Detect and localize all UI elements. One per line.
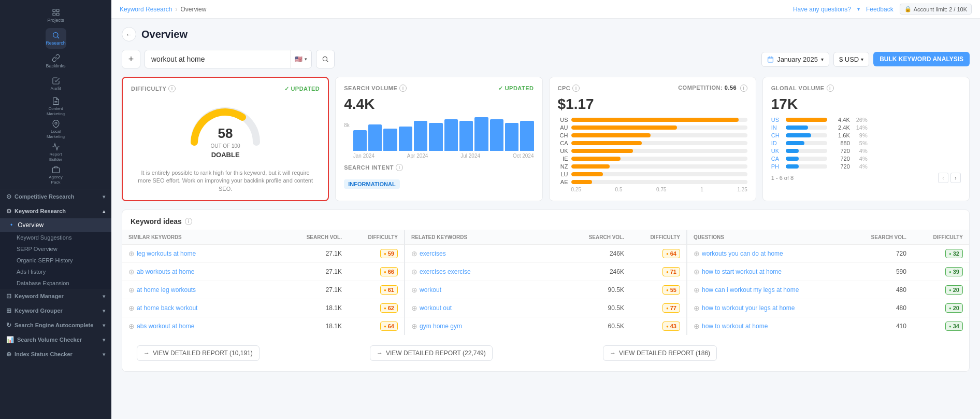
sidebar-item-serp-overview[interactable]: SERP Overview xyxy=(0,243,111,255)
bulk-keyword-analysis-button[interactable]: BULK KEYWORD ANALYSIS xyxy=(873,52,970,66)
cpc-bar-orange xyxy=(571,149,633,153)
breadcrumb-keyword-research[interactable]: Keyword Research xyxy=(120,6,172,13)
question-keyword-link[interactable]: ⊕how to workout your legs at home xyxy=(694,304,856,312)
keyword-link[interactable]: ⊕abs workout at home xyxy=(128,322,292,330)
chevron-down-icon-kg: ▾ xyxy=(103,308,105,314)
organic-serp-history-label: Organic SERP History xyxy=(17,257,73,263)
feedback-link[interactable]: Feedback xyxy=(866,6,893,13)
sidebar-item-organic-serp-history[interactable]: Organic SERP History xyxy=(0,255,111,266)
next-page-button[interactable]: › xyxy=(950,173,961,183)
question-keyword-link[interactable]: ⊕workouts you can do at home xyxy=(694,249,856,258)
search-intent-badge: INFORMATIONAL xyxy=(344,179,399,189)
difficulty-info-icon[interactable]: i xyxy=(168,85,176,92)
account-limit: 🔒 Account limit: 2 / 10K xyxy=(900,4,972,15)
keyword-ideas-info-icon[interactable]: i xyxy=(185,218,192,225)
sidebar-item-audit[interactable]: Audit xyxy=(46,74,66,94)
sidebar-item-report[interactable]: Report Builder xyxy=(46,142,66,163)
cpc-bar-row: NZ xyxy=(558,163,747,170)
sidebar-item-content[interactable]: Content Marketing xyxy=(46,96,66,117)
country-selector[interactable]: 🇺🇸 ▾ xyxy=(290,50,311,68)
sidebar-item-overview[interactable]: Overview xyxy=(0,218,111,232)
sidebar-item-projects[interactable]: Projects xyxy=(46,5,66,26)
add-keyword-button[interactable]: + xyxy=(122,50,140,68)
global-country-label[interactable]: US xyxy=(771,117,783,123)
plus-circle-icon-q: ⊕ xyxy=(694,268,700,276)
cpc-bar-track xyxy=(571,133,747,137)
related-kw-report-button[interactable]: → VIEW DETAILED REPORT (22,749) xyxy=(370,345,493,361)
index-status-checker-section[interactable]: ⊕ Index Status Checker ▾ xyxy=(0,347,111,361)
global-vol-value: 1.6K xyxy=(830,132,850,138)
global-country-label[interactable]: IN xyxy=(771,124,783,131)
question-keyword-link[interactable]: ⊕how can i workout my legs at home xyxy=(694,286,856,294)
sidebar-item-local[interactable]: Local Marketing xyxy=(46,119,66,140)
diff-badge: ●59 xyxy=(380,249,398,258)
global-vol-pct: 4% xyxy=(853,163,868,170)
chart-bar xyxy=(383,129,397,151)
date-picker[interactable]: January 2025 ▾ xyxy=(761,52,829,67)
related-keyword-link[interactable]: ⊕workout xyxy=(411,286,574,294)
search-intent-info-icon[interactable]: i xyxy=(396,164,403,171)
diff-badge: ●71 xyxy=(662,267,680,276)
global-country-label[interactable]: PH xyxy=(771,163,783,170)
related-keyword-link[interactable]: ⊕exercises exercise xyxy=(411,268,574,276)
sidebar-item-backlinks[interactable]: Backlinks xyxy=(46,51,66,72)
global-country-label[interactable]: CH xyxy=(771,132,783,138)
search-engine-autocomplete-section[interactable]: ↻ Search Engine Autocomplete ▾ xyxy=(0,318,111,332)
diff-badge: ●66 xyxy=(380,267,398,276)
sidebar-item-research[interactable]: Research xyxy=(46,28,66,49)
related-keyword-link[interactable]: ⊕exercises xyxy=(411,249,574,258)
question-kw-cell: ⊕how can i workout my legs at home xyxy=(687,281,862,299)
competition-info-icon[interactable]: i xyxy=(740,85,747,92)
global-vol-value: 720 xyxy=(830,156,850,162)
related-keyword-link[interactable]: ⊕workout out xyxy=(411,304,574,312)
back-button[interactable]: ← xyxy=(122,27,136,41)
related-kw-header: RELATED KEYWORDS xyxy=(405,230,580,245)
keyword-link[interactable]: ⊕at home back workout xyxy=(128,304,292,312)
similar-diff-cell: ●59 xyxy=(348,245,405,263)
cpc-bar-orange xyxy=(571,118,739,122)
related-keyword-link[interactable]: ⊕gym home gym xyxy=(411,322,574,330)
global-volume-info-icon[interactable]: i xyxy=(827,85,834,92)
global-volume-row: CH 1.6K 9% xyxy=(771,132,961,138)
chart-bar xyxy=(429,123,442,151)
keyword-link[interactable]: ⊕at home leg workouts xyxy=(128,286,292,294)
currency-selector[interactable]: $ USD ▾ xyxy=(833,52,869,67)
search-volume-checker-section[interactable]: 📊 Search Volume Checker ▾ xyxy=(0,332,111,347)
keyword-link[interactable]: ⊕ab workouts at home xyxy=(128,268,292,276)
diff-badge: ●20 xyxy=(945,303,963,313)
prev-page-button[interactable]: ‹ xyxy=(938,173,948,183)
question-keyword-link[interactable]: ⊕how to start workout at home xyxy=(694,268,856,276)
search-button[interactable] xyxy=(316,50,335,68)
competition-header: COMPETITION: 0.56 i xyxy=(678,85,747,92)
sidebar-item-keyword-suggestions[interactable]: Keyword Suggestions xyxy=(0,232,111,243)
svg-line-5 xyxy=(57,37,59,38)
chart-bar xyxy=(368,124,382,151)
sidebar-item-database-expansion[interactable]: Database Expansion xyxy=(0,277,111,289)
global-country-label[interactable]: ID xyxy=(771,140,783,146)
competitive-research-section[interactable]: ⊙ Competitive Research ▾ xyxy=(0,189,111,204)
have-questions-link[interactable]: Have any questions? xyxy=(793,6,851,13)
global-country-label[interactable]: UK xyxy=(771,148,783,154)
chevron-down-icon-km: ▾ xyxy=(103,294,105,299)
question-diff-cell: ●32 xyxy=(913,245,969,263)
keyword-research-section[interactable]: ⊙ Keyword Research ▴ xyxy=(0,204,111,218)
cpc-info-icon[interactable]: i xyxy=(572,85,580,92)
cpc-country-label: IE xyxy=(558,156,568,162)
global-country-label[interactable]: CA xyxy=(771,156,783,162)
search-input[interactable] xyxy=(145,55,290,63)
sidebar-item-ads-history[interactable]: Ads History xyxy=(0,266,111,277)
plus-circle-icon-rel: ⊕ xyxy=(411,322,417,330)
keyword-link[interactable]: ⊕leg workouts at home xyxy=(128,249,292,258)
chart-bar xyxy=(399,127,412,151)
cpc-country-label: UK xyxy=(558,148,568,154)
related-kw-cell: ⊕gym home gym xyxy=(405,317,580,336)
sidebar-item-agency[interactable]: Agency Pack xyxy=(46,165,66,186)
keyword-manager-section[interactable]: ⊡ Keyword Manager ▾ xyxy=(0,289,111,303)
question-keyword-link[interactable]: ⊕how to workout at home xyxy=(694,322,856,330)
plus-circle-icon: ⊕ xyxy=(128,322,135,330)
keyword-grouper-section[interactable]: ⊞ Keyword Grouper ▾ xyxy=(0,303,111,318)
similar-kw-report-button[interactable]: → VIEW DETAILED REPORT (10,191) xyxy=(137,345,260,361)
diff-badge: ●55 xyxy=(662,285,680,295)
questions-report-button[interactable]: → VIEW DETAILED REPORT (186) xyxy=(603,345,717,361)
search-volume-info-icon[interactable]: i xyxy=(399,85,407,92)
